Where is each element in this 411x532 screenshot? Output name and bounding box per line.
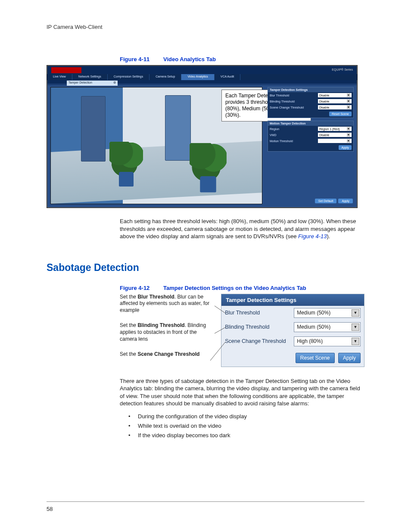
blinding-threshold-select-mini[interactable]: Disable▾ [318, 99, 352, 103]
apply-button[interactable]: Apply [338, 353, 361, 363]
paragraph-thresholds: Each setting has three threshold levels:… [120, 218, 361, 240]
chevron-down-icon: ▾ [347, 106, 350, 109]
chevron-down-icon: ▼ [352, 338, 359, 345]
brand-logo [51, 67, 81, 73]
selected-value: Medium (50%) [297, 324, 330, 330]
chevron-down-icon: ▾ [347, 139, 350, 143]
running-header: IP Camera Web-Client [47, 24, 364, 30]
main-tabs: Live View Network Settings Compression S… [47, 74, 357, 80]
panel-title: Tamper Detection Settings [221, 294, 364, 306]
set-default-button[interactable]: Set Default [315, 199, 337, 203]
selected-value: High (80%) [297, 338, 323, 344]
motion-tamper-mini-panel: Motion Tamper Detection RegionRegion 1 (… [268, 121, 354, 152]
disable-conditions-list: During the configuration of the video di… [128, 412, 361, 440]
subtab-tamper-detection[interactable]: Tamper Detection⚙ [67, 81, 118, 86]
chevron-down-icon: ▾ [347, 127, 350, 131]
footer-rule [47, 501, 364, 502]
blinding-threshold-select[interactable]: Medium (50%) ▼ [294, 322, 361, 332]
annotation-scene-change-threshold: Set the Scene Change Threshold [120, 351, 218, 358]
door-graphic [165, 95, 191, 161]
plant-graphic [111, 139, 141, 187]
reset-scene-button-mini[interactable]: Reset Scene [329, 112, 352, 116]
figure-number: Figure 4-12 [120, 285, 149, 291]
tab-live-view[interactable]: Live View [47, 74, 72, 80]
scene-change-threshold-select-mini[interactable]: Disable▾ [318, 105, 352, 109]
video-analytics-screenshot: HD3MDIH EQUIP® Series Live View Network … [47, 65, 358, 208]
chevron-down-icon: ▼ [352, 324, 359, 331]
chevron-down-icon: ▾ [347, 133, 350, 137]
vmd-select-mini[interactable]: Disable▾ [318, 133, 352, 137]
scene-change-threshold-select[interactable]: High (80%) ▼ [294, 336, 361, 346]
reset-scene-button[interactable]: Reset Scene [296, 353, 335, 363]
tamper-detection-mini-panel: Tamper Detection Settings Blur Threshold… [268, 87, 354, 118]
paragraph-sabotage-types: There are three types of sabotage detect… [120, 377, 361, 408]
section-title-sabotage-detection: Sabotage Detection [47, 262, 364, 274]
region-select-mini[interactable]: Region 1 (Red)▾ [318, 127, 352, 131]
panel-title: Motion Tamper Detection [268, 121, 353, 126]
chevron-down-icon: ▾ [347, 100, 350, 103]
tab-camera-setup[interactable]: Camera Setup [149, 74, 181, 80]
panel-title: Tamper Detection Settings [268, 87, 353, 92]
figure-4-13-link[interactable]: Figure 4-13 [298, 233, 327, 240]
door-graphic [81, 96, 106, 162]
tab-compression-settings[interactable]: Compression Settings [108, 74, 149, 80]
tab-vca-audit[interactable]: VCA Audit [215, 74, 241, 80]
list-item: While text is overlaid on the video [128, 421, 361, 431]
tab-video-analytics[interactable]: Video Analytics [181, 74, 214, 80]
scene-change-threshold-label: Scene Change Threshold [225, 338, 294, 344]
tamper-detection-settings-panel: Tamper Detection Settings Blur Threshold… [221, 294, 364, 367]
apply-button[interactable]: Apply [338, 199, 353, 203]
selected-value: Medium (50%) [297, 310, 330, 316]
figure-number: Figure 4-11 [120, 56, 149, 62]
blur-threshold-select[interactable]: Medium (50%) ▼ [294, 308, 361, 318]
gear-icon[interactable]: ⚙ [113, 81, 116, 84]
motion-threshold-select-mini[interactable]: ▾ [318, 139, 352, 143]
figure-4-12-caption: Figure 4-12 Tamper Detection Settings on… [120, 285, 364, 291]
blinding-threshold-label: Blinding Threshold [225, 324, 294, 330]
blur-threshold-select-mini[interactable]: Disable▾ [318, 93, 352, 97]
page-number: 58 [47, 506, 53, 512]
series-badge: EQUIP® Series [323, 68, 353, 72]
chevron-down-icon: ▾ [347, 93, 350, 97]
annotation-blur-threshold: Set the Blur Threshold. Blur can be affe… [120, 294, 218, 314]
tab-network-settings[interactable]: Network Settings [72, 74, 108, 80]
blur-threshold-label: Blur Threshold [225, 310, 294, 316]
list-item: During the configuration of the video di… [128, 412, 361, 421]
figure-4-11-caption: Figure 4-11 Video Analytics Tab [120, 56, 364, 62]
figure-title: Video Analytics Tab [163, 56, 216, 62]
list-item: If the video display becomes too dark [128, 431, 361, 440]
apply-button-mini[interactable]: Apply [339, 145, 352, 150]
annotation-blinding-threshold: Set the Blinding Threshold. Blinding app… [120, 322, 218, 342]
plant-graphic [192, 140, 225, 193]
chevron-down-icon: ▼ [352, 309, 359, 317]
figure-title: Tamper Detection Settings on the Video A… [163, 285, 306, 291]
